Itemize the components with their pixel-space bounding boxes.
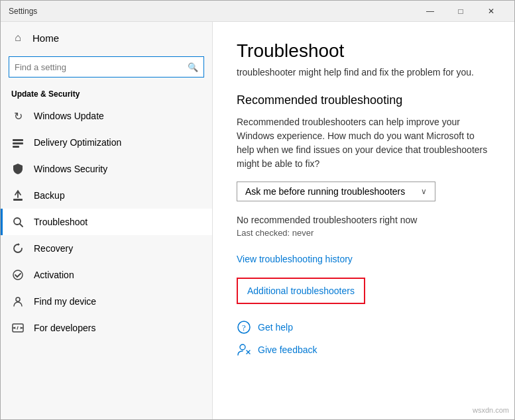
sidebar-item-label: Troubleshoot bbox=[34, 217, 87, 227]
section-description: Recommended troubleshooters can help imp… bbox=[237, 115, 490, 171]
search-input[interactable] bbox=[15, 62, 188, 72]
window-controls: — □ ✕ bbox=[415, 1, 506, 22]
svg-rect-3 bbox=[13, 199, 23, 201]
dropdown-label: Ask me before running troubleshooters bbox=[245, 186, 405, 197]
minimize-button[interactable]: — bbox=[415, 1, 445, 22]
sidebar-item-activation[interactable]: Activation bbox=[1, 262, 212, 288]
home-icon: ⌂ bbox=[11, 31, 25, 44]
activation-icon bbox=[11, 268, 25, 282]
troubleshoot-icon bbox=[11, 215, 25, 229]
sidebar-item-label: Find my device bbox=[34, 296, 96, 307]
window-title: Settings bbox=[9, 7, 415, 16]
find-my-device-icon bbox=[11, 295, 25, 308]
sidebar-item-for-developers[interactable]: For developers bbox=[1, 315, 212, 341]
page-title: Troubleshoot bbox=[237, 40, 490, 62]
sidebar-item-delivery-optimization[interactable]: Delivery Optimization bbox=[1, 129, 212, 156]
backup-icon bbox=[11, 189, 25, 202]
svg-rect-1 bbox=[13, 142, 23, 144]
give-feedback-icon bbox=[237, 342, 251, 357]
get-help-item: ? Get help bbox=[237, 320, 490, 335]
close-button[interactable]: ✕ bbox=[476, 1, 506, 22]
main-content: Troubleshoot troubleshooter might help f… bbox=[213, 22, 514, 419]
titlebar: Settings — □ ✕ bbox=[1, 1, 514, 22]
troubleshooter-dropdown[interactable]: Ask me before running troubleshooters ∨ bbox=[237, 182, 435, 201]
sidebar-item-windows-update[interactable]: ↻ Windows Update bbox=[1, 103, 212, 129]
intro-text: troubleshooter might help find and fix t… bbox=[237, 67, 490, 78]
settings-window: Settings — □ ✕ ⌂ Home 🔍 Update & Securit… bbox=[0, 0, 515, 420]
maximize-button[interactable]: □ bbox=[445, 1, 476, 22]
sidebar-item-find-my-device[interactable]: Find my device bbox=[1, 288, 212, 315]
no-troubleshooters-text: No recommended troubleshooters right now bbox=[237, 215, 490, 225]
svg-point-10 bbox=[240, 344, 245, 350]
svg-rect-0 bbox=[13, 139, 23, 141]
svg-point-6 bbox=[16, 297, 20, 301]
sidebar-item-windows-security[interactable]: Windows Security bbox=[1, 156, 212, 182]
sidebar-item-backup[interactable]: Backup bbox=[1, 182, 212, 209]
sidebar: ⌂ Home 🔍 Update & Security ↻ Windows Upd… bbox=[1, 22, 213, 419]
give-feedback-link[interactable]: Give feedback bbox=[258, 344, 317, 355]
sidebar-item-label: For developers bbox=[34, 323, 95, 333]
for-developers-icon bbox=[11, 321, 25, 335]
sidebar-item-label: Delivery Optimization bbox=[34, 137, 121, 148]
windows-security-icon bbox=[11, 162, 25, 176]
watermark: wsxdn.com bbox=[473, 406, 509, 414]
home-label: Home bbox=[32, 32, 59, 44]
get-help-icon: ? bbox=[237, 320, 251, 335]
windows-update-icon: ↻ bbox=[11, 109, 25, 123]
recovery-icon bbox=[11, 242, 25, 255]
search-box[interactable]: 🔍 bbox=[9, 56, 204, 78]
sidebar-item-label: Windows Security bbox=[34, 164, 107, 174]
additional-troubleshooters-link[interactable]: Additional troubleshooters bbox=[247, 286, 355, 296]
get-help-link[interactable]: Get help bbox=[258, 322, 293, 333]
recommended-section-title: Recommended troubleshooting bbox=[237, 93, 490, 107]
view-troubleshooting-history-link[interactable]: View troubleshooting history bbox=[237, 254, 353, 264]
give-feedback-item: Give feedback bbox=[237, 342, 490, 357]
sidebar-section-title: Update & Security bbox=[1, 85, 212, 103]
delivery-optimization-icon bbox=[11, 136, 25, 149]
sidebar-item-recovery[interactable]: Recovery bbox=[1, 235, 212, 262]
content-area: ⌂ Home 🔍 Update & Security ↻ Windows Upd… bbox=[1, 22, 514, 419]
svg-rect-2 bbox=[13, 146, 19, 148]
sidebar-item-home[interactable]: ⌂ Home bbox=[1, 22, 212, 54]
sidebar-item-label: Activation bbox=[34, 270, 74, 280]
chevron-down-icon: ∨ bbox=[421, 187, 427, 196]
sidebar-item-label: Windows Update bbox=[34, 111, 104, 121]
sidebar-item-label: Backup bbox=[34, 190, 65, 201]
search-icon: 🔍 bbox=[188, 62, 198, 72]
additional-troubleshooters-box[interactable]: Additional troubleshooters bbox=[237, 278, 365, 304]
svg-text:?: ? bbox=[242, 323, 246, 333]
sidebar-item-label: Recovery bbox=[34, 243, 73, 254]
sidebar-item-troubleshoot[interactable]: Troubleshoot bbox=[1, 209, 212, 235]
last-checked-text: Last checked: never bbox=[237, 228, 490, 238]
